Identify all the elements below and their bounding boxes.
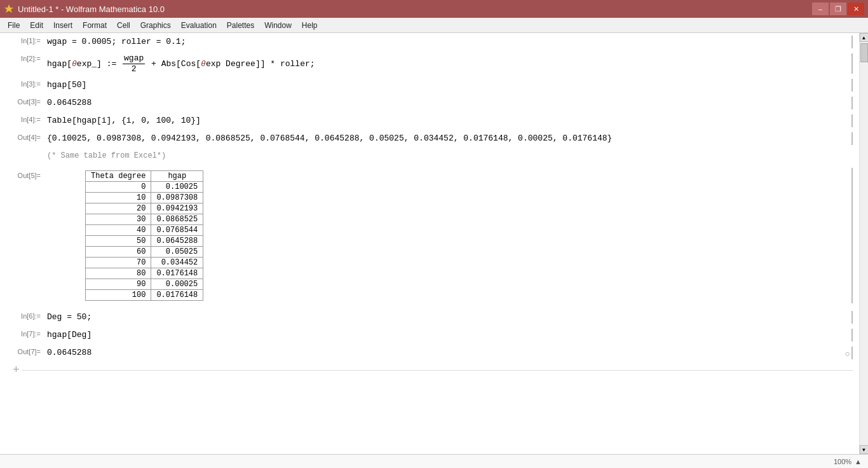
menu-format[interactable]: Format xyxy=(78,20,112,31)
new-cell-area[interactable]: + xyxy=(6,362,853,375)
menu-evaluation[interactable]: Evaluation xyxy=(176,20,222,31)
cell-content-in3[interactable]: hgap[50] xyxy=(44,79,840,92)
table-row: 70 0.034452 xyxy=(86,258,203,268)
table-cell-theta: 30 xyxy=(86,214,151,225)
zoom-value: 100% xyxy=(834,458,851,465)
svg-marker-0 xyxy=(4,4,13,13)
menu-bar: File Edit Insert Format Cell Graphics Ev… xyxy=(0,18,868,33)
cell-out7: Out[7]= 0.0645288 ○ xyxy=(6,344,853,362)
cell-out5: Out[5]= Theta degree hgap 0 0.10025 xyxy=(6,165,853,308)
cell-label-out5: Out[5]= xyxy=(6,168,44,179)
cell-content-in1[interactable]: wgap = 0.0005; roller = 0.1; xyxy=(44,36,840,48)
plus-icon[interactable]: + xyxy=(13,364,20,375)
table-cell-hgap: 0.05025 xyxy=(151,247,203,258)
cell-label-out4: Out[4]= xyxy=(6,132,44,141)
cell-in4: In[4]:= Table[hgap[i], {i, 0, 100, 10}] xyxy=(6,112,853,130)
table-row: 90 0.00025 xyxy=(86,279,203,290)
data-table: Theta degree hgap 0 0.10025 10 0.0987308 xyxy=(85,170,203,301)
cell-in1: In[1]:= wgap = 0.0005; roller = 0.1; xyxy=(6,33,853,51)
menu-file[interactable]: File xyxy=(3,20,25,31)
table-cell-hgap: 0.0176148 xyxy=(151,290,203,301)
scroll-down-button[interactable]: ▼ xyxy=(860,445,869,454)
cell-content-in4[interactable]: Table[hgap[i], {i, 0, 100, 10}] xyxy=(44,114,840,127)
scroll-up-button[interactable]: ▲ xyxy=(860,33,869,42)
cell-content-in6[interactable]: Deg = 50; xyxy=(44,311,840,324)
table-row: 10 0.0987308 xyxy=(86,193,203,203)
menu-edit[interactable]: Edit xyxy=(25,20,48,31)
cell-label-in7: In[7]:= xyxy=(6,329,44,338)
table-cell-theta: 0 xyxy=(86,182,151,193)
scroll-track[interactable] xyxy=(860,42,869,445)
table-cell-theta: 40 xyxy=(86,225,151,236)
title-bar: Untitled-1 * - Wolfram Mathematica 10.0 … xyxy=(0,0,868,18)
cell-label-in4: In[4]:= xyxy=(6,114,44,123)
table-cell-hgap: 0.00025 xyxy=(151,279,203,290)
title-text: Untitled-1 * - Wolfram Mathematica 10.0 xyxy=(18,4,165,14)
table-cell-hgap: 0.034452 xyxy=(151,258,203,268)
table-cell-hgap: 0.0987308 xyxy=(151,193,203,203)
table-cell-theta: 70 xyxy=(86,258,151,268)
output-icon: ○ xyxy=(845,349,850,359)
table-cell-theta: 20 xyxy=(86,203,151,214)
table-cell-hgap: 0.10025 xyxy=(151,182,203,193)
cell-in7: In[7]:= hgap[Deg] xyxy=(6,326,853,344)
cell-label-out3: Out[3]= xyxy=(6,97,44,106)
menu-window[interactable]: Window xyxy=(259,20,297,31)
cell-label-in2: In[2]:= xyxy=(6,53,44,62)
table-row: 20 0.0942193 xyxy=(86,203,203,214)
cell-label-in3: In[3]:= xyxy=(6,79,44,88)
table-cell-theta: 50 xyxy=(86,236,151,247)
cell-comment: (* Same table from Excel*) xyxy=(6,148,853,165)
menu-insert[interactable]: Insert xyxy=(48,20,78,31)
cell-in3: In[3]:= hgap[50] xyxy=(6,76,853,94)
scroll-thumb[interactable] xyxy=(860,43,868,62)
menu-graphics[interactable]: Graphics xyxy=(135,20,176,31)
cell-content-in2[interactable]: hgap[θexp_] := wgap 2 + Abs[Cos[θexp Deg… xyxy=(44,53,840,74)
table-row: 0 0.10025 xyxy=(86,182,203,193)
menu-cell[interactable]: Cell xyxy=(112,20,135,31)
cell-label-comment xyxy=(6,151,44,153)
table-row: 60 0.05025 xyxy=(86,247,203,258)
fraction-wgap: wgap 2 xyxy=(123,53,145,74)
window-controls: – ❐ ✕ xyxy=(812,3,864,15)
table-row: 40 0.0768544 xyxy=(86,225,203,236)
content-area: In[1]:= wgap = 0.0005; roller = 0.1; In[… xyxy=(0,33,868,454)
fraction-den: 2 xyxy=(130,64,138,74)
minimize-button[interactable]: – xyxy=(812,3,829,15)
cell-content-out3: 0.0645288 xyxy=(44,97,840,109)
fraction-num: wgap xyxy=(123,53,145,64)
theta-var: θ xyxy=(72,59,77,69)
table-row: 80 0.0176148 xyxy=(86,268,203,279)
table-cell-theta: 60 xyxy=(86,247,151,258)
table-cell-hgap: 0.0868525 xyxy=(151,214,203,225)
table-header-theta: Theta degree xyxy=(86,171,151,182)
cell-content-out5: Theta degree hgap 0 0.10025 10 0.0987308 xyxy=(44,168,840,303)
table-row: 100 0.0176148 xyxy=(86,290,203,301)
zoom-up-icon[interactable]: ▲ xyxy=(855,458,862,465)
maximize-button[interactable]: ❐ xyxy=(830,3,846,15)
menu-palettes[interactable]: Palettes xyxy=(222,20,259,31)
table-cell-theta: 10 xyxy=(86,193,151,203)
table-cell-hgap: 0.0942193 xyxy=(151,203,203,214)
table-cell-theta: 80 xyxy=(86,268,151,279)
cell-label-in1: In[1]:= xyxy=(6,36,44,45)
notebook: In[1]:= wgap = 0.0005; roller = 0.1; In[… xyxy=(0,33,859,375)
cell-in6: In[6]:= Deg = 50; xyxy=(6,308,853,326)
table-row: 50 0.0645288 xyxy=(86,236,203,247)
cell-out3: Out[3]= 0.0645288 xyxy=(6,94,853,112)
title-bar-left: Untitled-1 * - Wolfram Mathematica 10.0 xyxy=(4,4,165,14)
menu-help[interactable]: Help xyxy=(297,20,323,31)
theta-var2: θ xyxy=(201,59,206,69)
table-cell-hgap: 0.0645288 xyxy=(151,236,203,247)
cell-content-in7[interactable]: hgap[Deg] xyxy=(44,329,840,341)
scroll-container[interactable]: In[1]:= wgap = 0.0005; roller = 0.1; In[… xyxy=(0,33,859,454)
table-cell-theta: 100 xyxy=(86,290,151,301)
right-scrollbar[interactable]: ▲ ▼ xyxy=(859,33,868,454)
cell-out4: Out[4]= {0.10025, 0.0987308, 0.0942193, … xyxy=(6,130,853,148)
close-button[interactable]: ✕ xyxy=(848,3,864,15)
zoom-label: 100% ▲ xyxy=(834,458,862,465)
cell-label-out7: Out[7]= xyxy=(6,347,44,355)
cell-label-in6: In[6]:= xyxy=(6,311,44,320)
table-cell-hgap: 0.0768544 xyxy=(151,225,203,236)
table-header-hgap: hgap xyxy=(151,171,203,182)
